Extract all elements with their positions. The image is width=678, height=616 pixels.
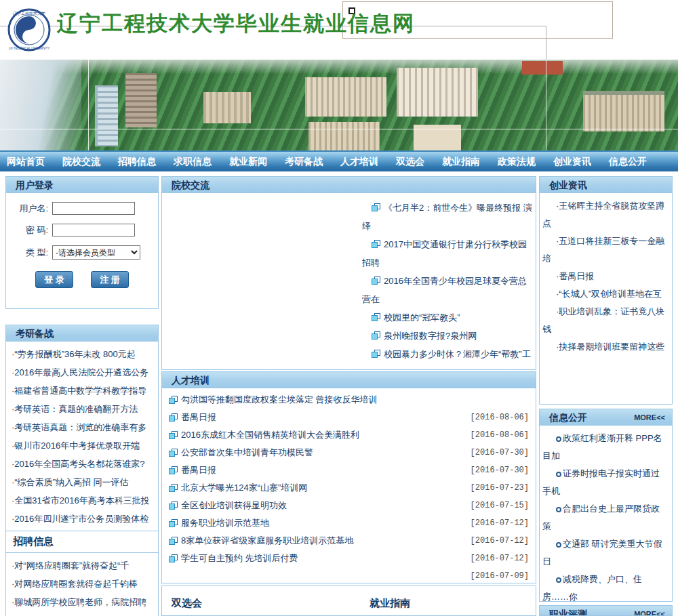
rencai-list-item[interactable]: 番禺日报 xyxy=(181,411,471,424)
document-icon xyxy=(372,240,381,249)
zhaopin-list-item[interactable]: ·对网络应聘圈套就得奋起千钧棒 xyxy=(12,575,155,593)
kaoyan-list-item[interactable]: ·“劳务报酬税”36年未改 800元起 xyxy=(12,345,155,363)
yuanxiao-list-item[interactable]: 2016年全国青少年校园足球夏令营总营在 xyxy=(362,272,533,308)
chuangye-list-item[interactable]: ·王铭晖主持全省脱贫攻坚蹲点 xyxy=(542,197,668,232)
yuanxiao-list: 《七月半2：前世今生》曝最终预报 演绎 2017中国交通银行甘肃分行秋季校园招聘… xyxy=(362,193,533,363)
chuangye-list-item[interactable]: ·“长城人”双创培训基地在互 xyxy=(542,285,668,303)
yuanxiao-list-item[interactable]: 《七月半2：前世今生》曝最终预报 演绎 xyxy=(362,199,533,235)
banner-building xyxy=(308,122,380,150)
kaoyan-list-item[interactable]: ·银川市2016年中考择优录取开端 xyxy=(12,436,155,455)
university-logo[interactable]: 辽宁工程技术大学 LN TECHNICAL UNIVERSITY xyxy=(7,8,52,52)
chuangye-list-item[interactable]: ·五道口将挂新三板专一金融培 xyxy=(542,232,668,268)
chuangye-panel-title: 创业资讯 xyxy=(549,177,587,193)
attachment-icon xyxy=(556,577,561,583)
kaoyan-list-item[interactable]: ·2016年最高人民法院公开遴选公务 xyxy=(12,363,155,382)
zhaopin-list-item[interactable]: ·聊城两所学校应聘老师，病院招聘 xyxy=(12,593,155,611)
svg-text:辽宁工程技术大学: 辽宁工程技术大学 xyxy=(13,11,45,16)
rencai-list-row: 勾洪国等推翻国度政权案尘埃落定 曾接收反华培训 xyxy=(169,391,530,409)
username-label: 用户名: xyxy=(6,203,48,215)
banner-seam-line xyxy=(0,129,678,129)
rencai-list-item[interactable]: 番禺日报 xyxy=(181,464,471,476)
document-icon xyxy=(169,554,178,563)
zhiye-panel-title: 职业评测 xyxy=(549,606,587,616)
xinxi-list-item[interactable]: 减税降费、户口、住房……你 xyxy=(542,571,668,602)
yuanxiao-list-item[interactable]: 校园暴力多少时休？湘潭少年“帮教”工 xyxy=(362,345,533,363)
document-icon xyxy=(169,466,178,475)
nav-item[interactable]: 求职信息 xyxy=(174,156,212,168)
banner-building xyxy=(305,77,386,117)
document-icon xyxy=(169,484,178,493)
banner-building xyxy=(95,85,118,146)
zhaopin-list-item[interactable]: ·对“网络应聘圈套”就得奋起“千 xyxy=(12,556,155,575)
rencai-list-row: 8家单位获评省级家庭服务职业培训示范基地 [2016-07-12] xyxy=(169,532,530,550)
password-input[interactable] xyxy=(52,224,135,237)
chuangye-list-item[interactable]: ·番禺日报 xyxy=(542,268,668,285)
chuangye-list-item[interactable]: ·职业培训乱象：证书竟八块钱 xyxy=(542,303,668,338)
yuanxiao-list-item[interactable]: 校园里的“冠军教头” xyxy=(362,308,533,327)
yuanxiao-list-item[interactable]: 泉州晚报数字报?泉州网 xyxy=(362,327,533,345)
rencai-list-item[interactable]: 公安部首次集中培训青年功模民警 xyxy=(181,447,471,459)
xinxi-list-item[interactable]: 合肥出台史上最严限贷政策 xyxy=(542,500,668,535)
rencai-list-row: 全区创业培训获得显明功效 [2016-07-15] xyxy=(169,497,530,514)
document-icon xyxy=(372,313,381,322)
attachment-icon xyxy=(556,472,561,477)
rencai-panel-header: 人才培训 xyxy=(162,372,536,388)
rencai-list-item[interactable]: 服务职业培训示范基地 xyxy=(181,517,471,529)
attachment-icon xyxy=(556,436,561,442)
login-panel-title: 用户登录 xyxy=(16,177,54,193)
member-type-label: 类 型: xyxy=(6,247,48,259)
register-button[interactable]: 注 册 xyxy=(91,271,129,288)
item-date: [2016-07-30] xyxy=(471,448,530,457)
item-date: [2016-07-30] xyxy=(471,466,530,475)
xinxi-list-item[interactable]: 政策红利逐渐开释 PPP名目加 xyxy=(542,430,668,465)
rencai-list-row: 番禺日报 [2016-08-06] xyxy=(169,409,530,426)
rencai-list-item[interactable]: 8家单位获评省级家庭服务职业培训示范基地 xyxy=(181,535,471,547)
xinxi-panel-title: 信息公开 xyxy=(549,409,587,426)
page: 辽宁工程技术大学 LN TECHNICAL UNIVERSITY 辽宁工程技术大… xyxy=(0,0,678,616)
kaoyan-list-item[interactable]: ·全国31省市2016年高考本科三批投 xyxy=(12,491,155,510)
rencai-list-item[interactable]: 全区创业培训获得显明功效 xyxy=(181,499,471,512)
document-icon xyxy=(372,203,381,212)
nav-item[interactable]: 院校交流 xyxy=(62,156,100,168)
item-date: [2016-07-12] xyxy=(471,554,530,563)
nav-item[interactable]: 就业新闻 xyxy=(229,156,267,168)
kaoyan-list-item[interactable]: ·考研英语真题：浏览的准确率有多 xyxy=(12,418,155,436)
nav-item[interactable]: 人才培训 xyxy=(340,156,378,168)
username-input[interactable] xyxy=(52,202,135,215)
document-icon xyxy=(169,537,178,546)
kaoyan-list-item[interactable]: ·“综合素质”纳入高招 同一评估 xyxy=(12,473,155,491)
nav-item[interactable]: 政策法规 xyxy=(498,156,536,168)
nav-item[interactable]: 就业指南 xyxy=(442,156,480,168)
chuangye-list-item[interactable]: ·抉择暑期培训班要留神这些 xyxy=(542,338,668,356)
kaoyan-list-item[interactable]: ·考研英语：真题的准确翻开方法 xyxy=(12,400,155,418)
xinxi-list-item[interactable]: 交通部 研讨完美重大节假日 xyxy=(542,535,668,571)
rencai-list-row: 服务职业培训示范基地 [2016-07-12] xyxy=(169,514,530,532)
user-login-panel: 用户登录 用户名: 密 码: 类 型: -请选择会员类型 登 录 注 册 xyxy=(5,176,159,309)
chuangye-list: ·王铭晖主持全省脱贫攻坚蹲点·五道口将挂新三板专一金融培·番禺日报·“长城人”双… xyxy=(540,193,672,356)
rencai-list-row: 番禺日报 [2016-07-30] xyxy=(169,461,530,479)
rencai-list-item[interactable]: 勾洪国等推翻国度政权案尘埃落定 曾接收反华培训 xyxy=(181,394,529,406)
attachment-icon xyxy=(556,507,561,512)
kaoyan-list-item[interactable]: ·福建省普通高中数学学科教学指导 xyxy=(12,382,155,400)
login-button[interactable]: 登 录 xyxy=(35,271,73,288)
rencai-list-item[interactable]: 北京大学曝光124家“山寨”培训网 xyxy=(181,482,471,494)
nav-item[interactable]: 考研备战 xyxy=(285,156,323,168)
nav-item[interactable]: 网站首页 xyxy=(7,156,45,168)
kaoyan-list-item[interactable]: ·2016年四川遂宁市公务员测验体检 xyxy=(12,510,155,528)
member-type-select[interactable]: -请选择会员类型 xyxy=(52,245,140,260)
xinxi-more-link[interactable]: MORE<< xyxy=(634,409,665,426)
yuanxiao-list-item[interactable]: 2017中国交通银行甘肃分行秋季校园招聘 xyxy=(362,235,533,272)
xinxi-list-item[interactable]: 证券时报电子报实时通过手机 xyxy=(542,465,668,500)
rencai-list-row: [2016-07-09] xyxy=(169,567,530,583)
banner-building xyxy=(125,73,157,127)
nav-item[interactable]: 双选会 xyxy=(396,156,424,168)
nav-item[interactable]: 创业资讯 xyxy=(553,156,591,168)
zhaopin-list-item[interactable]: ·龙岗应聘常设岗位老师940名 xyxy=(12,611,155,616)
nav-item[interactable]: 招聘信息 xyxy=(118,156,156,168)
rencai-list-item[interactable]: 学生可自主预约 先培训后付费 xyxy=(181,552,471,564)
kaoyan-list-item[interactable]: ·2016年全国高考头名都花落谁家? xyxy=(12,455,155,473)
nav-item[interactable]: 信息公开 xyxy=(609,156,647,168)
bottom-panels: 双选会 就业指南 xyxy=(161,586,536,616)
zhiye-more-link[interactable]: MORE<< xyxy=(634,606,665,616)
rencai-list-item[interactable]: 2016东成红木全国销售精英培训大会美满胜利 xyxy=(181,429,471,441)
